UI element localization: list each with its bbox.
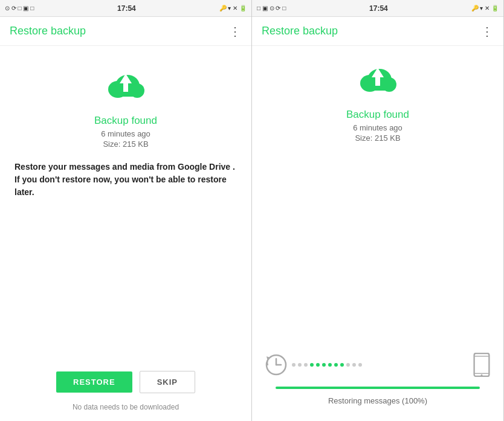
dot-10	[346, 363, 350, 367]
right-status-bar: □ ▣ ⊙ ⟳ □ 17:54 🔑 ▾ ✕ 🔋	[252, 0, 503, 17]
right-app-bar: Restore backup ⋮	[252, 17, 503, 46]
dot-9	[340, 363, 344, 367]
system-icons: 🔑 ▾ ✕ 🔋	[219, 5, 247, 11]
left-overflow-menu[interactable]: ⋮	[229, 24, 242, 39]
left-cloud-icon	[104, 64, 147, 108]
dot-5	[316, 363, 320, 367]
system-icons-right: 🔑 ▾ ✕ 🔋	[471, 5, 499, 11]
left-restore-description: Restore your messages and media from Goo…	[12, 161, 239, 199]
restoring-label: Restoring messages (100%)	[328, 396, 427, 405]
left-status-bar: ⊙ ⟳ □ ▣ □ 17:54 🔑 ▾ ✕ 🔋	[0, 0, 251, 17]
phone-device-icon	[472, 353, 491, 377]
svg-rect-12	[474, 353, 489, 376]
dot-4	[310, 363, 314, 367]
left-app-bar: Restore backup ⋮	[0, 17, 251, 46]
right-app-title: Restore backup	[262, 25, 338, 37]
dot-8	[334, 363, 338, 367]
dot-3	[304, 363, 308, 367]
skip-button[interactable]: SKIP	[140, 371, 195, 393]
dot-7	[328, 363, 332, 367]
left-backup-size: Size: 215 KB	[103, 140, 148, 149]
left-backup-time: 6 minutes ago	[101, 129, 150, 138]
left-no-download-note: No data needs to be downloaded	[73, 403, 179, 411]
left-status-icons-left: ⊙ ⟳ □ ▣ □	[5, 5, 34, 11]
progress-bar-fill	[276, 387, 480, 389]
progress-dots	[292, 363, 468, 367]
notification-icons: ⊙ ⟳ □ ▣ □	[5, 5, 34, 11]
svg-point-15	[481, 374, 483, 376]
dot-6	[322, 363, 326, 367]
dot-11	[352, 363, 356, 367]
right-status-icons-right: 🔑 ▾ ✕ 🔋	[471, 5, 499, 11]
left-status-icons-right: 🔑 ▾ ✕ 🔋	[219, 5, 247, 11]
right-cloud-icon	[356, 58, 399, 101]
restore-animation	[264, 353, 491, 377]
left-backup-found: Backup found	[94, 115, 157, 127]
left-status-time: 17:54	[117, 4, 136, 13]
left-content: Backup found 6 minutes ago Size: 215 KB …	[0, 46, 251, 421]
restore-button[interactable]: RESTORE	[56, 371, 132, 393]
dot-12	[358, 363, 362, 367]
right-overflow-menu[interactable]: ⋮	[481, 24, 494, 39]
right-status-time: 17:54	[369, 4, 388, 13]
dot-1	[292, 363, 296, 367]
right-backup-found: Backup found	[346, 109, 409, 121]
dot-2	[298, 363, 302, 367]
right-status-icons-left: □ ▣ ⊙ ⟳ □	[257, 5, 286, 11]
left-app-title: Restore backup	[10, 25, 86, 37]
history-clock-icon	[264, 353, 288, 377]
right-screen: □ ▣ ⊙ ⟳ □ 17:54 🔑 ▾ ✕ 🔋 Restore backup ⋮…	[252, 0, 504, 421]
left-screen: ⊙ ⟳ □ ▣ □ 17:54 🔑 ▾ ✕ 🔋 Restore backup ⋮…	[0, 0, 252, 421]
notification-icons-right: □ ▣ ⊙ ⟳ □	[257, 5, 286, 11]
left-buttons-row: RESTORE SKIP	[12, 371, 239, 393]
right-backup-size: Size: 215 KB	[355, 133, 400, 143]
progress-bar-container	[276, 387, 480, 389]
right-content: Backup found 6 minutes ago Size: 215 KB	[252, 46, 503, 421]
right-backup-time: 6 minutes ago	[353, 123, 402, 132]
